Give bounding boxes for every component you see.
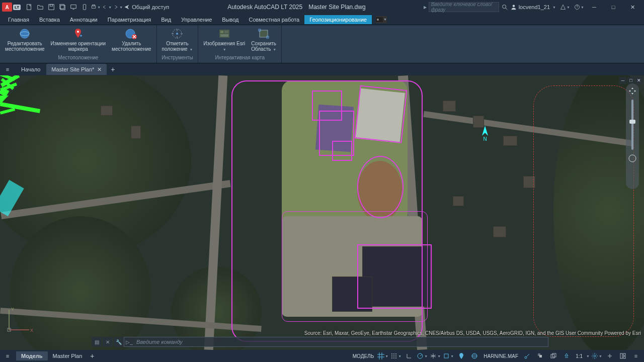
tab-annotate[interactable]: Аннотации (65, 15, 103, 24)
svg-point-39 (391, 357, 392, 358)
plot-icon[interactable]: ▼ (91, 2, 101, 12)
new-tab-button[interactable]: + (108, 64, 118, 74)
osnap-icon[interactable]: ▼ (442, 351, 454, 361)
polar-icon[interactable]: ▼ (416, 351, 428, 361)
command-line[interactable]: ▷_ Введите команду (124, 337, 548, 347)
geo-globe-icon[interactable] (468, 351, 480, 361)
cmd-recent-icon[interactable]: ▤ (92, 337, 102, 347)
open-icon[interactable] (35, 2, 45, 12)
command-input[interactable]: Введите команду (134, 339, 548, 345)
share-icon[interactable]: Общий доступ (124, 2, 169, 12)
panel-title: Инструменты (157, 55, 198, 63)
svg-point-38 (395, 355, 396, 356)
saveas-icon[interactable] (57, 2, 67, 12)
drawing-menu-icon[interactable]: ≡ (2, 64, 13, 74)
svg-rect-54 (623, 356, 625, 358)
transparency-icon[interactable] (534, 351, 546, 361)
tab-home[interactable]: Главная (3, 15, 34, 24)
grid-icon[interactable]: ▼ (377, 351, 389, 361)
svg-point-29 (629, 155, 636, 162)
svg-point-20 (176, 33, 178, 35)
map-attribution: Source: Esri, Maxar, GeoEye, Earthstar G… (304, 330, 641, 336)
cmd-close-icon[interactable]: ✕ (103, 337, 113, 347)
svg-rect-48 (539, 355, 542, 357)
esri-imagery-button[interactable]: Изображения Esri▼ (200, 26, 248, 53)
file-name: Master Site Plan.dwg (308, 4, 365, 11)
tab-view[interactable]: Вид (156, 15, 176, 24)
tab-output[interactable]: Вывод (217, 15, 244, 24)
remove-location-button[interactable]: Удалитьместоположение (109, 26, 154, 53)
geomarker-icon[interactable] (455, 351, 467, 361)
pan-icon[interactable] (628, 86, 637, 96)
menu-bar: Главная Вставка Аннотации Параметризация… (0, 14, 644, 25)
svg-point-10 (512, 5, 515, 8)
svg-rect-6 (84, 5, 86, 10)
snap-icon[interactable]: ▼ (390, 351, 402, 361)
web-icon[interactable] (68, 2, 78, 12)
tab-collaborate[interactable]: Совместная работа (244, 15, 305, 24)
layout-masterplan[interactable]: Master Plan (48, 351, 88, 360)
svg-point-41 (395, 357, 396, 358)
svg-text:X: X (30, 328, 33, 333)
coord-system[interactable]: HARN/NE.MAF (481, 353, 520, 359)
cmd-customize-icon[interactable]: 🔧 (114, 337, 124, 347)
app-logo[interactable]: A (2, 3, 12, 12)
capture-area-button[interactable]: СохранитьОбласть ▼ (248, 26, 279, 53)
minimize-icon[interactable]: ─ (585, 0, 604, 14)
edit-location-button[interactable]: Редактироватьместоположение (2, 26, 48, 53)
svg-point-37 (393, 355, 394, 356)
mark-position-button[interactable]: Отметитьположение ▼ (159, 26, 196, 53)
drawing-canvas[interactable]: N ─ □ ✕ YX ▤ ✕ 🔧 ▷_ Введите команду Sour… (0, 75, 644, 350)
layout-add-button[interactable]: + (87, 351, 97, 361)
nav-wheel-icon[interactable] (628, 154, 637, 163)
autodesk-icon[interactable]: ▼ (560, 2, 570, 12)
undo-icon[interactable]: ▼ (102, 2, 112, 12)
svg-text:N: N (483, 136, 487, 142)
svg-rect-52 (620, 353, 622, 358)
user-icon[interactable]: locvend1_21▼ (511, 2, 556, 12)
close-icon[interactable]: ✕ (623, 0, 642, 14)
workspace-icon[interactable] (604, 351, 616, 361)
north-arrow-icon: N (479, 126, 491, 142)
save-icon[interactable] (46, 2, 56, 12)
zoom-slider[interactable] (631, 100, 633, 150)
svg-rect-7 (92, 6, 96, 9)
panel-title: Интерактивная карта (198, 55, 281, 63)
tab-manage[interactable]: Управление (176, 15, 217, 24)
mobile-icon[interactable] (79, 2, 90, 12)
help-icon[interactable]: ▼ (574, 2, 584, 12)
gear-icon[interactable]: ▼ (591, 351, 603, 361)
lineweight-icon[interactable] (521, 351, 533, 361)
search-icon[interactable] (500, 2, 510, 12)
tab-close-icon[interactable]: ✕ (97, 66, 102, 73)
tab-geolocation[interactable]: Геопозиционирование (304, 15, 372, 24)
tab-insert[interactable]: Вставка (34, 15, 65, 24)
layout-model[interactable]: Модель (16, 351, 48, 360)
featured-apps-icon[interactable]: ▼ (376, 16, 387, 23)
panel-tools: Отметитьположение ▼ Инструменты (157, 25, 199, 63)
maximize-icon[interactable]: □ (604, 0, 623, 14)
cmd-prompt-icon: ▷_ (124, 339, 134, 345)
annoscale-icon[interactable] (560, 351, 573, 361)
tab-parametric[interactable]: Параметризация (103, 15, 156, 24)
vp-close-icon[interactable]: ✕ (635, 77, 642, 84)
vp-maximize-icon[interactable]: □ (627, 77, 634, 84)
ui-config-icon[interactable] (617, 351, 629, 361)
drawing-tab[interactable]: Master Site Plan*✕ (46, 64, 107, 75)
redo-icon[interactable]: ▼ (113, 2, 123, 12)
ortho-icon[interactable] (403, 351, 415, 361)
vp-minimize-icon[interactable]: ─ (619, 77, 626, 84)
selection-cycling-icon[interactable] (547, 351, 559, 361)
search-input[interactable]: Введите ключевое слово/фразу (429, 2, 499, 12)
new-icon[interactable] (24, 2, 34, 12)
svg-point-35 (395, 353, 396, 354)
product-name: Autodesk AutoCAD LT 2025 (227, 4, 302, 11)
isodraft-icon[interactable]: ▼ (429, 351, 441, 361)
model-space-label[interactable]: МОДЕЛЬ (351, 353, 376, 359)
customization-icon[interactable]: ≡ (630, 351, 642, 361)
reorient-marker-button[interactable]: Изменение ориентациимаркера (48, 26, 109, 53)
navigation-bar[interactable] (626, 83, 639, 189)
start-tab[interactable]: Начало (16, 64, 45, 75)
layout-menu-icon[interactable]: ≡ (2, 351, 13, 361)
scale-value[interactable]: 1:1 (574, 353, 585, 359)
